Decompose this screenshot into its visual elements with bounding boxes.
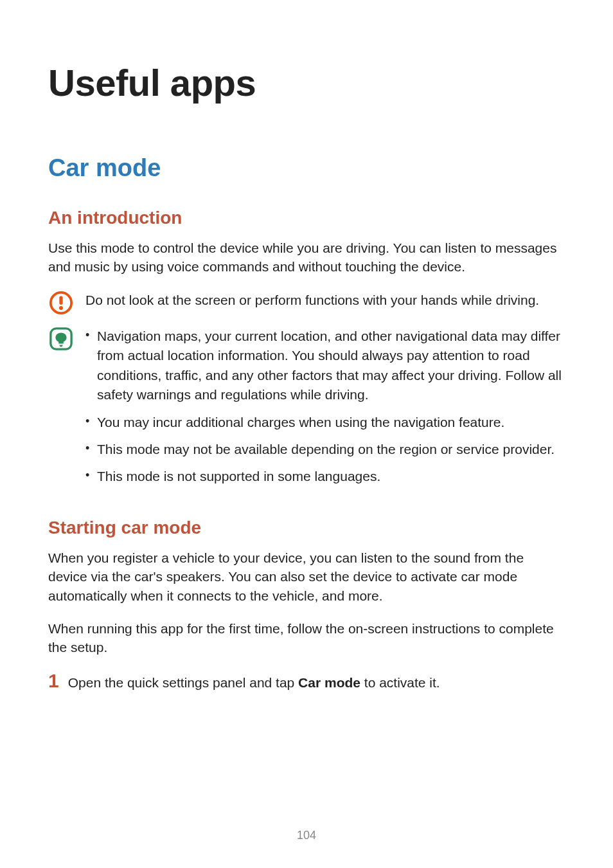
warning-text: Do not look at the screen or perform fun… — [85, 291, 565, 310]
list-item: You may incur additional charges when us… — [85, 413, 565, 432]
step-suffix: to activate it. — [360, 675, 440, 690]
list-item: This mode may not be available depending… — [85, 440, 565, 459]
intro-paragraph: Use this mode to control the device whil… — [48, 239, 565, 276]
warning-callout: Do not look at the screen or perform fun… — [48, 291, 565, 315]
starting-p2: When running this app for the first time… — [48, 619, 565, 657]
step-bold: Car mode — [298, 675, 360, 690]
intro-heading: An introduction — [48, 208, 565, 228]
starting-heading: Starting car mode — [48, 518, 565, 538]
step-text: Open the quick settings panel and tap Ca… — [68, 673, 440, 692]
step-1: 1 Open the quick settings panel and tap … — [48, 671, 565, 692]
note-bullet-list: Navigation maps, your current location, … — [85, 327, 565, 487]
list-item: This mode is not supported in some langu… — [85, 467, 565, 486]
note-icon — [48, 327, 74, 351]
step-prefix: Open the quick settings panel and tap — [68, 675, 298, 690]
note-callout: Navigation maps, your current location, … — [48, 327, 565, 494]
starting-p1: When you register a vehicle to your devi… — [48, 548, 565, 605]
step-number: 1 — [48, 671, 59, 691]
page-content: Useful apps Car mode An introduction Use… — [0, 0, 613, 692]
section-title: Car mode — [48, 154, 565, 182]
page-number: 104 — [0, 829, 613, 842]
svg-rect-1 — [59, 296, 62, 304]
list-item: Navigation maps, your current location, … — [85, 327, 565, 405]
warning-icon — [48, 291, 74, 315]
svg-point-2 — [59, 306, 63, 310]
note-content: Navigation maps, your current location, … — [85, 327, 565, 494]
page-title: Useful apps — [48, 61, 565, 104]
